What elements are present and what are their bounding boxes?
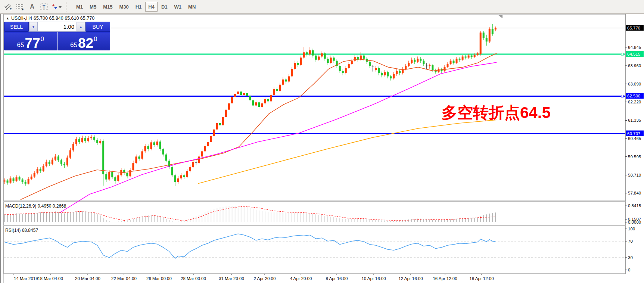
candle-body [303, 52, 305, 57]
candle-body [117, 175, 119, 181]
price-tick-label: 57.840 [628, 191, 641, 195]
candle-body [165, 155, 167, 161]
candle-body [267, 99, 269, 102]
candle-body [210, 136, 212, 142]
candle-body [351, 61, 353, 64]
candle-body [468, 56, 470, 58]
candle-body [132, 163, 134, 170]
candle-body [129, 170, 131, 177]
candle-body [444, 67, 445, 71]
candle-body [174, 175, 176, 182]
candle-body [417, 59, 419, 62]
candle-body [150, 142, 152, 149]
candle-body [81, 138, 83, 142]
candle-body [177, 178, 179, 182]
candle-body [228, 103, 230, 110]
candle-body [66, 158, 68, 165]
candle-body [213, 130, 215, 136]
candle-body [216, 123, 218, 130]
candle-body [261, 103, 263, 107]
candle-body [387, 72, 389, 76]
buy-button[interactable]: BUY [85, 22, 110, 32]
time-label: 28 Mar 00:00 [181, 276, 206, 281]
candle-body [474, 55, 476, 57]
candle-body [465, 56, 467, 57]
annotation-text[interactable]: 多空转折点64.5 [442, 104, 551, 121]
candle-body [324, 53, 326, 59]
volume-input[interactable]: 1.00 [38, 22, 77, 31]
buy-price-panel[interactable]: 65820 [57, 32, 111, 50]
price-tick-label: 63.960 [628, 63, 641, 68]
candle-body [204, 146, 206, 151]
macd-label: MACD(12,26,9) 0.4950 0.2668 [5, 203, 66, 209]
candle-body [255, 102, 257, 105]
rsi-panel[interactable] [4, 226, 625, 274]
candle-body [270, 95, 272, 102]
candle-body [414, 60, 416, 62]
candle-body [423, 61, 424, 64]
sell-button[interactable]: SELL [4, 22, 29, 32]
candle-body [87, 138, 89, 141]
candle-body [153, 142, 155, 145]
candle-body [495, 28, 497, 29]
candle-body [252, 100, 254, 106]
time-label: 31 Mar 23:00 [219, 276, 244, 281]
candle-body [102, 141, 104, 174]
candle-body [315, 56, 317, 60]
sell-price-panel[interactable]: 65770 [4, 32, 57, 50]
candle-body [111, 172, 113, 177]
price-tick-label: 59.595 [628, 155, 641, 159]
candle-body [75, 139, 77, 144]
candle-body [486, 38, 488, 41]
time-label: 4 Apr 20:00 [290, 276, 312, 281]
rsi-label: RSI(14) 68.8457 [5, 228, 38, 233]
candle-body [282, 80, 284, 85]
candle-body [55, 156, 56, 159]
candle-body [300, 57, 302, 65]
candle-body [384, 72, 386, 75]
candle-body [462, 56, 464, 59]
candle-body [135, 156, 137, 163]
macd-tick-label: 0.8415 [628, 203, 641, 208]
candle-body [492, 29, 494, 34]
candle-body [449, 61, 451, 64]
time-label: 2 Apr 20:00 [254, 276, 276, 281]
candle-body [246, 93, 248, 96]
candle-body [399, 71, 401, 74]
candle-body [159, 142, 161, 149]
candle-body [16, 177, 18, 181]
blue-level-62500-handle[interactable] [621, 95, 623, 97]
candle-body [207, 142, 209, 146]
price-tick-label: 63.090 [628, 82, 641, 86]
volume-decrease-button[interactable]: ▼ [29, 22, 38, 31]
candle-body [219, 123, 221, 125]
candle-body [294, 63, 296, 69]
sell-price-sup: 0 [41, 36, 44, 42]
green-support-line-handle[interactable] [621, 53, 623, 55]
rsi-tick-label: 30 [628, 255, 633, 260]
candle-body [13, 178, 15, 181]
sell-price-big: 77 [25, 38, 40, 49]
volume-increase-button[interactable]: ▲ [77, 22, 85, 31]
widget-collapse-icon[interactable]: ▲ [6, 16, 9, 20]
candle-body [52, 160, 53, 164]
candle-body [456, 59, 458, 63]
candle-body [10, 178, 12, 183]
candle-body [471, 56, 473, 57]
candle-body [432, 65, 433, 70]
macd-tick-label: 0.0000 [628, 220, 641, 224]
candle-body [411, 60, 413, 63]
candle-body [309, 50, 311, 55]
candle-body [243, 93, 245, 95]
candle-body [240, 91, 242, 95]
candle-body [69, 150, 71, 158]
candle-body [60, 160, 62, 164]
candle-body [90, 137, 92, 138]
candle-body [84, 138, 86, 141]
one-click-trading-widget: SELL ▼ 1.00 ▲ BUY 65770 65820 [4, 22, 110, 50]
candle-body [162, 149, 164, 155]
candle-body [22, 180, 24, 182]
candle-body [141, 151, 143, 159]
candle-body [183, 175, 185, 177]
candle-body [57, 156, 59, 160]
